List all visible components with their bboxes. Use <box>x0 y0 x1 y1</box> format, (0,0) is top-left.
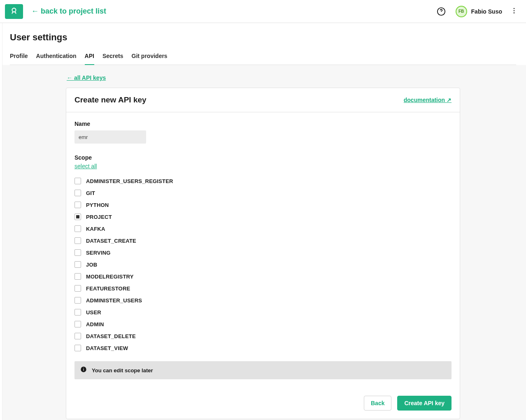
scope-label: USER <box>86 309 101 316</box>
left-rail <box>0 23 2 420</box>
scope-label: ADMINISTER_USERS_REGISTER <box>86 178 173 184</box>
checkbox[interactable] <box>74 213 81 220</box>
checkbox[interactable] <box>74 237 81 244</box>
scope-row[interactable]: KAFKA <box>74 225 452 233</box>
checkbox[interactable] <box>74 190 81 196</box>
checkbox[interactable] <box>74 333 81 339</box>
scope-row[interactable]: DATASET_DELETE <box>74 332 452 340</box>
scope-row[interactable]: USER <box>74 308 452 316</box>
checkbox[interactable] <box>74 309 81 316</box>
scope-label: DATASET_VIEW <box>86 345 128 351</box>
scope-row[interactable]: ADMINISTER_USERS <box>74 296 452 304</box>
name-label: Name <box>74 121 452 127</box>
svg-rect-5 <box>83 369 84 371</box>
page-header: User settings ProfileAuthenticationAPISe… <box>0 23 526 65</box>
tab-api[interactable]: API <box>85 49 94 65</box>
scope-label: FEATURESTORE <box>86 285 130 292</box>
scope-label: DATASET_DELETE <box>86 333 136 339</box>
scope-row[interactable]: PROJECT <box>74 213 452 221</box>
checkbox[interactable] <box>74 285 81 292</box>
scope-label: SERVING <box>86 250 111 256</box>
back-to-projects-link[interactable]: back to project list <box>31 7 106 16</box>
back-to-api-keys-link[interactable]: all API keys <box>67 74 106 81</box>
create-api-key-button[interactable]: Create API key <box>397 396 452 411</box>
scope-label: DATASET_CREATE <box>86 238 136 244</box>
app-logo[interactable] <box>5 4 23 19</box>
scope-row[interactable]: ADMIN <box>74 320 452 328</box>
top-bar: back to project list FB Fabio Suso <box>0 0 526 23</box>
checkbox[interactable] <box>74 178 81 184</box>
card-body: Name Scope select all ADMINISTER_USERS_R… <box>66 112 460 388</box>
checkbox[interactable] <box>74 321 81 327</box>
name-input[interactable] <box>74 130 146 144</box>
page-title: User settings <box>10 32 516 43</box>
svg-point-1 <box>514 8 515 9</box>
info-icon <box>80 366 87 374</box>
more-menu[interactable] <box>509 5 519 18</box>
svg-point-2 <box>514 10 515 11</box>
checkbox[interactable] <box>74 273 81 280</box>
card-title: Create new API key <box>74 95 147 104</box>
svg-point-3 <box>514 12 515 13</box>
info-text: You can edit scope later <box>92 367 153 374</box>
avatar[interactable]: FB <box>456 6 467 17</box>
scope-list: ADMINISTER_USERS_REGISTERGITPYTHONPROJEC… <box>74 177 452 352</box>
scope-row[interactable]: DATASET_CREATE <box>74 237 452 245</box>
scope-row[interactable]: JOB <box>74 260 452 269</box>
scope-row[interactable]: FEATURESTORE <box>74 284 452 292</box>
scope-label: PYTHON <box>86 202 109 208</box>
scope-label: PROJECT <box>86 214 112 220</box>
documentation-link[interactable]: documentation ↗ <box>404 97 452 103</box>
checkbox[interactable] <box>74 261 81 268</box>
tabs: ProfileAuthenticationAPISecretsGit provi… <box>10 49 516 65</box>
content-area: all API keys Create new API key document… <box>0 65 526 420</box>
scope-label: Scope <box>74 154 452 161</box>
info-bar: You can edit scope later <box>74 361 452 379</box>
tab-git-providers[interactable]: Git providers <box>132 49 168 65</box>
scope-row[interactable]: PYTHON <box>74 201 452 209</box>
scope-row[interactable]: ADMINISTER_USERS_REGISTER <box>74 177 452 185</box>
card-footer: Back Create API key <box>66 388 460 419</box>
scope-label: MODELREGISTRY <box>86 274 134 280</box>
scope-label: ADMIN <box>86 321 104 327</box>
svg-rect-6 <box>83 368 84 368</box>
tab-profile[interactable]: Profile <box>10 49 28 65</box>
scope-label: ADMINISTER_USERS <box>86 297 142 304</box>
scope-row[interactable]: MODELREGISTRY <box>74 272 452 281</box>
create-api-key-card: Create new API key documentation ↗ Name … <box>66 88 460 419</box>
checkbox[interactable] <box>74 297 81 304</box>
back-button[interactable]: Back <box>364 396 391 411</box>
card-header: Create new API key documentation ↗ <box>66 88 460 112</box>
checkbox[interactable] <box>74 345 81 351</box>
scope-row[interactable]: GIT <box>74 189 452 197</box>
scope-label: JOB <box>86 262 97 268</box>
tab-authentication[interactable]: Authentication <box>36 49 77 65</box>
scope-row[interactable]: DATASET_VIEW <box>74 344 452 352</box>
scope-row[interactable]: SERVING <box>74 248 452 257</box>
checkbox[interactable] <box>74 249 81 256</box>
scope-label: KAFKA <box>86 226 105 232</box>
tab-secrets[interactable]: Secrets <box>102 49 123 65</box>
help-icon[interactable] <box>434 5 448 19</box>
checkbox[interactable] <box>74 225 81 232</box>
select-all-link[interactable]: select all <box>74 163 97 169</box>
username: Fabio Suso <box>471 8 502 15</box>
checkbox[interactable] <box>74 202 81 208</box>
scope-label: GIT <box>86 190 95 196</box>
